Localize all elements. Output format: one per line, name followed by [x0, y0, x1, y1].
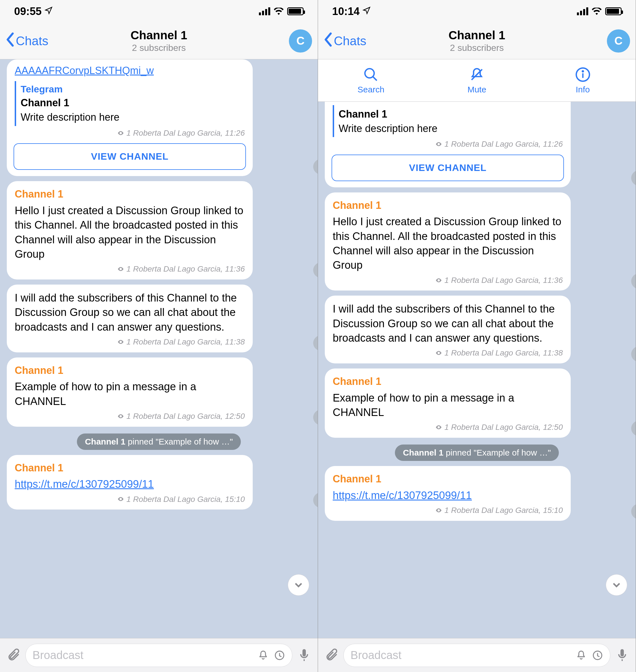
- sender-name: Channel 1: [333, 472, 563, 486]
- schedule-icon[interactable]: [592, 650, 603, 661]
- silent-icon[interactable]: [576, 650, 587, 661]
- wifi-icon: [592, 8, 602, 15]
- channel-avatar[interactable]: C: [607, 29, 630, 53]
- scroll-to-bottom-button[interactable]: [606, 574, 627, 596]
- sender-name: Channel 1: [15, 187, 245, 201]
- message: Channel 1 Example of how to pin a messag…: [7, 358, 311, 427]
- card-preview: Telegram Channel 1 Write description her…: [15, 81, 245, 126]
- input-bar: Broadcast: [318, 638, 636, 672]
- svg-point-6: [582, 70, 583, 72]
- info-icon: [575, 67, 591, 82]
- back-label: Chats: [334, 34, 366, 48]
- card-bubble: Channel 1 Write description here 1 Rober…: [325, 102, 571, 187]
- message-meta: 1 Roberta Dal Lago Garcia, 11:36: [15, 264, 245, 274]
- message-meta: 1 Roberta Dal Lago Garcia, 12:50: [15, 411, 245, 422]
- silent-icon[interactable]: [258, 650, 269, 661]
- view-channel-button[interactable]: VIEW CHANNEL: [14, 143, 246, 170]
- bubble[interactable]: Channel 1 Hello I just created a Discuss…: [325, 192, 571, 291]
- message-meta: 1 Roberta Dal Lago Garcia, 11:38: [333, 348, 563, 358]
- share-button[interactable]: [313, 335, 318, 351]
- chevron-left-icon: [6, 33, 15, 49]
- battery-icon: [287, 7, 303, 15]
- mic-button[interactable]: [297, 648, 311, 663]
- location-icon: [44, 6, 53, 17]
- telegram-label: Telegram: [21, 83, 240, 96]
- eye-icon: [117, 496, 124, 503]
- eye-icon: [117, 339, 124, 345]
- message: I will add the subscribers of this Chann…: [7, 285, 311, 352]
- share-button[interactable]: [631, 504, 636, 519]
- navbar-title-block[interactable]: Channel 1 2 subscribers: [131, 28, 187, 53]
- signal-icon: [577, 7, 588, 15]
- message-meta: 1 Roberta Dal Lago Garcia, 11:26: [325, 139, 571, 149]
- eye-icon: [117, 413, 124, 420]
- bubble[interactable]: Channel 1 Hello I just created a Discuss…: [7, 181, 253, 280]
- schedule-icon[interactable]: [274, 650, 285, 661]
- channel-title: Channel 1: [131, 28, 187, 42]
- phone-left: 09:55 Chats Channel 1 2 subscribers C AA…: [0, 0, 318, 672]
- preview-channel-desc: Write description here: [339, 122, 558, 136]
- eye-icon: [435, 507, 442, 514]
- chat-scroll[interactable]: AAAAAFRCorvpLSKTHQmi_w Telegram Channel …: [0, 59, 318, 638]
- channel-subtitle: 2 subscribers: [131, 43, 187, 53]
- message-meta: 1 Roberta Dal Lago Garcia, 15:10: [333, 505, 563, 516]
- channel-title: Channel 1: [449, 28, 505, 42]
- share-button[interactable]: [313, 159, 318, 175]
- share-button[interactable]: [631, 421, 636, 436]
- share-button[interactable]: [631, 273, 636, 289]
- eye-icon: [435, 277, 442, 284]
- pinned-system-message[interactable]: Channel 1 pinned "Example of how …": [77, 433, 241, 450]
- message-meta: 1 Roberta Dal Lago Garcia, 15:10: [15, 494, 245, 505]
- search-icon: [363, 67, 379, 82]
- message-card: AAAAAFRCorvpLSKTHQmi_w Telegram Channel …: [7, 59, 311, 176]
- broadcast-input[interactable]: Broadcast: [25, 644, 292, 667]
- status-bar: 10:14: [318, 0, 636, 23]
- message-link[interactable]: https://t.me/c/1307925099/11: [15, 477, 245, 491]
- share-button[interactable]: [313, 492, 318, 508]
- bell-off-icon: [469, 67, 485, 82]
- mic-button[interactable]: [615, 648, 629, 663]
- svg-point-1: [365, 69, 374, 78]
- share-button[interactable]: [631, 170, 636, 186]
- bubble[interactable]: Channel 1 https://t.me/c/1307925099/11 1…: [7, 455, 253, 510]
- broadcast-input[interactable]: Broadcast: [343, 644, 610, 667]
- invite-link[interactable]: AAAAAFRCorvpLSKTHQmi_w: [15, 64, 245, 78]
- share-button[interactable]: [313, 410, 318, 425]
- pinned-system-message[interactable]: Channel 1 pinned "Example of how …": [395, 445, 559, 461]
- navbar-title-block[interactable]: Channel 1 2 subscribers: [449, 28, 505, 53]
- action-mute[interactable]: Mute: [424, 59, 530, 101]
- attach-button[interactable]: [7, 648, 20, 663]
- sender-name: Channel 1: [15, 461, 245, 475]
- bubble[interactable]: I will add the subscribers of this Chann…: [7, 285, 253, 352]
- eye-icon: [117, 266, 124, 272]
- action-search[interactable]: Search: [318, 59, 424, 101]
- chat-scroll[interactable]: Channel 1 Write description here 1 Rober…: [318, 102, 636, 638]
- attach-button[interactable]: [325, 648, 338, 663]
- channel-avatar[interactable]: C: [289, 29, 312, 53]
- message-meta: 1 Roberta Dal Lago Garcia, 11:36: [333, 275, 563, 286]
- scroll-to-bottom-button[interactable]: [288, 574, 309, 596]
- message: Channel 1 https://t.me/c/1307925099/11 1…: [7, 455, 311, 510]
- back-button[interactable]: Chats: [6, 33, 48, 49]
- share-button[interactable]: [313, 263, 318, 278]
- bubble[interactable]: Channel 1 Example of how to pin a messag…: [325, 368, 571, 438]
- bubble[interactable]: Channel 1 https://t.me/c/1307925099/11 1…: [325, 466, 571, 521]
- clock-text: 09:55: [14, 5, 42, 18]
- action-info[interactable]: Info: [530, 59, 636, 101]
- eye-icon: [435, 350, 442, 357]
- message-meta: 1 Roberta Dal Lago Garcia, 12:50: [333, 422, 563, 433]
- message-meta: 1 Roberta Dal Lago Garcia, 11:26: [7, 128, 253, 139]
- bubble[interactable]: I will add the subscribers of this Chann…: [325, 296, 571, 363]
- share-button[interactable]: [631, 346, 636, 362]
- message-body: I will add the subscribers of this Chann…: [333, 302, 563, 345]
- svg-line-2: [373, 77, 377, 81]
- message-body: Example of how to pin a message in a CHA…: [15, 380, 245, 409]
- message-link[interactable]: https://t.me/c/1307925099/11: [333, 488, 563, 503]
- clock-text: 10:14: [332, 5, 360, 18]
- status-bar: 09:55: [0, 0, 318, 23]
- sender-name: Channel 1: [333, 199, 563, 212]
- bubble[interactable]: Channel 1 Example of how to pin a messag…: [7, 358, 253, 427]
- view-channel-button[interactable]: VIEW CHANNEL: [332, 155, 564, 181]
- back-button[interactable]: Chats: [324, 33, 366, 49]
- wifi-icon: [274, 8, 284, 15]
